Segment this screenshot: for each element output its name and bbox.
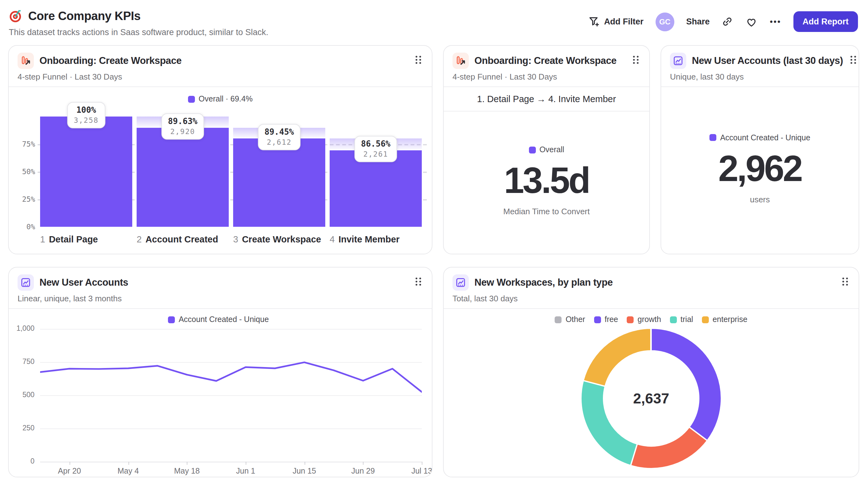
funnel-step-name: Account Created — [146, 234, 218, 244]
line-series[interactable] — [40, 329, 422, 462]
donut-legend: Otherfreegrowthtrialenterprise — [555, 315, 747, 324]
funnel-conversion-pct: 89.63% — [168, 117, 197, 126]
funnel-step-number: 3 — [233, 234, 238, 244]
donut-slice-free[interactable] — [651, 328, 721, 441]
add-report-button[interactable]: Add Report — [793, 11, 858, 32]
funnel-value-label: 86.56%2,261 — [354, 136, 397, 162]
line-axis-tick — [363, 462, 364, 465]
legend-item-trial[interactable]: trial — [670, 315, 693, 324]
card-subtitle: Total, last 30 days — [453, 294, 850, 303]
legend-label: Other — [566, 315, 585, 324]
legend-item-other[interactable]: Other — [555, 315, 585, 324]
legend-swatch — [702, 316, 709, 323]
legend-item-overall[interactable]: Overall · 69.4% — [188, 95, 253, 103]
app-root: Core Company KPIs This dataset tracks ac… — [0, 0, 868, 488]
legend-swatch — [594, 316, 601, 323]
card-subtitle: 4-step Funnel · Last 30 Days — [453, 72, 641, 82]
funnel-step-column[interactable]: 100%3,258 — [40, 117, 132, 227]
share-button[interactable]: Share — [686, 17, 710, 26]
legend-label: growth — [638, 315, 661, 324]
avatar[interactable]: GC — [655, 12, 674, 31]
donut-slice-growth[interactable] — [631, 427, 707, 468]
funnel-value-label: 89.45%2,612 — [257, 124, 301, 150]
card-accounts-trend: New User Accounts Linear, unique, last 3… — [8, 267, 432, 477]
card-head: Onboarding: Create Workspace 4-step Funn… — [9, 46, 432, 87]
legend-item-enterprise[interactable]: enterprise — [702, 315, 747, 324]
funnel-count: 2,261 — [361, 150, 391, 159]
funnel-plot: 100%3,25889.63%2,92089.45%2,61286.56%2,2… — [40, 117, 422, 227]
funnel-count: 2,612 — [265, 138, 294, 147]
line-chart-body: Account Created - Unique 1,0007505002500… — [9, 309, 432, 477]
drag-handle-icon[interactable] — [414, 54, 423, 68]
card-title: New User Accounts — [39, 277, 408, 288]
donut-body: Otherfreegrowthtrialenterprise 2,637 — [444, 309, 859, 471]
metric-legend: Account Created - Unique — [709, 133, 810, 142]
drag-handle-icon[interactable] — [414, 275, 423, 290]
funnel-step-name: Invite Member — [338, 234, 400, 244]
funnel-step-name: Create Workspace — [242, 234, 321, 244]
funnel-chart[interactable]: 75%50%25%0% 100%3,25889.63%2,92089.45%2,… — [19, 117, 422, 227]
funnel-xlabels: 1Detail Page2Account Created3Create Work… — [40, 234, 422, 244]
funnel-step-label: 3Create Workspace — [233, 234, 325, 244]
heart-icon — [745, 15, 758, 28]
metric-value: 2,962 — [718, 150, 801, 186]
funnel-y-tick-label: 0% — [26, 222, 35, 231]
line-axis-tick — [246, 462, 246, 465]
funnel-step-column[interactable]: 89.63%2,920 — [136, 117, 229, 227]
page-subtitle: This dataset tracks actions in Saas soft… — [9, 28, 268, 37]
funnel-step-number: 4 — [330, 234, 335, 244]
legend-swatch — [555, 316, 562, 323]
line-x-tick-label: Jul 13 — [411, 467, 432, 476]
funnel-chart-icon — [18, 53, 34, 69]
card-title: New User Accounts (last 30 days) — [692, 55, 843, 66]
line-legend: Account Created - Unique — [15, 315, 422, 324]
funnel-step-column[interactable]: 86.56%2,261 — [330, 117, 422, 227]
funnel-bar[interactable] — [233, 138, 325, 227]
card-funnel: Onboarding: Create Workspace 4-step Funn… — [8, 45, 432, 254]
page-header: Core Company KPIs This dataset tracks ac… — [0, 0, 868, 37]
funnel-columns: 100%3,25889.63%2,92089.45%2,61286.56%2,2… — [40, 117, 422, 227]
more-menu-button[interactable]: ••• — [770, 17, 781, 26]
drag-handle-icon[interactable] — [631, 54, 641, 68]
insights-chart-icon — [18, 274, 34, 291]
funnel-bar[interactable] — [136, 128, 229, 227]
line-axis-tick — [128, 462, 129, 465]
card-median-time: Onboarding: Create Workspace 4-step Funn… — [443, 45, 650, 254]
link-icon — [722, 16, 734, 28]
metric-legend: Overall — [529, 145, 564, 154]
card-head: New Workspaces, by plan type Total, last… — [444, 267, 859, 308]
card-new-accounts: New User Accounts (last 30 days) Unique,… — [660, 45, 859, 254]
funnel-conversion-pct: 100% — [74, 105, 98, 115]
add-filter-button[interactable]: Add Filter — [588, 16, 644, 28]
funnel-chart-icon — [453, 53, 469, 69]
donut-chart[interactable]: 2,637 — [579, 326, 724, 471]
line-x-tick-label: May 18 — [174, 467, 199, 476]
legend-item-free[interactable]: free — [594, 315, 618, 324]
line-chart[interactable]: 1,0007505002500 — [15, 329, 422, 462]
legend-item-overall[interactable]: Overall — [529, 145, 564, 154]
target-icon — [9, 9, 23, 23]
funnel-value-label: 100%3,258 — [67, 102, 105, 128]
legend-label: free — [604, 315, 618, 324]
funnel-step-column[interactable]: 89.45%2,612 — [233, 117, 325, 227]
metric-caption: users — [750, 195, 770, 204]
card-subtitle: Linear, unique, last 3 months — [18, 294, 423, 303]
line-x-tick-label: Apr 20 — [58, 467, 81, 476]
donut-slice-enterprise[interactable] — [583, 328, 651, 386]
funnel-step-number: 1 — [40, 234, 45, 244]
legend-item-growth[interactable]: growth — [627, 315, 661, 324]
favorite-button[interactable] — [745, 15, 758, 28]
legend-item-account-created[interactable]: Account Created - Unique — [168, 315, 269, 324]
funnel-conversion-pct: 89.45% — [265, 127, 294, 136]
legend-item-account-created[interactable]: Account Created - Unique — [709, 133, 810, 142]
funnel-y-tick-label: 75% — [22, 140, 35, 149]
card-title: Onboarding: Create Workspace — [39, 55, 408, 66]
drag-handle-icon[interactable] — [848, 54, 858, 68]
metric-body: Overall 13.5d Median Time to Convert — [444, 111, 649, 254]
funnel-value-label: 89.63%2,920 — [161, 113, 204, 140]
donut-slice-trial[interactable] — [581, 381, 638, 465]
line-plot — [40, 329, 422, 462]
copy-link-button[interactable] — [722, 16, 734, 28]
funnel-bar[interactable] — [40, 117, 132, 227]
drag-handle-icon[interactable] — [840, 275, 850, 290]
